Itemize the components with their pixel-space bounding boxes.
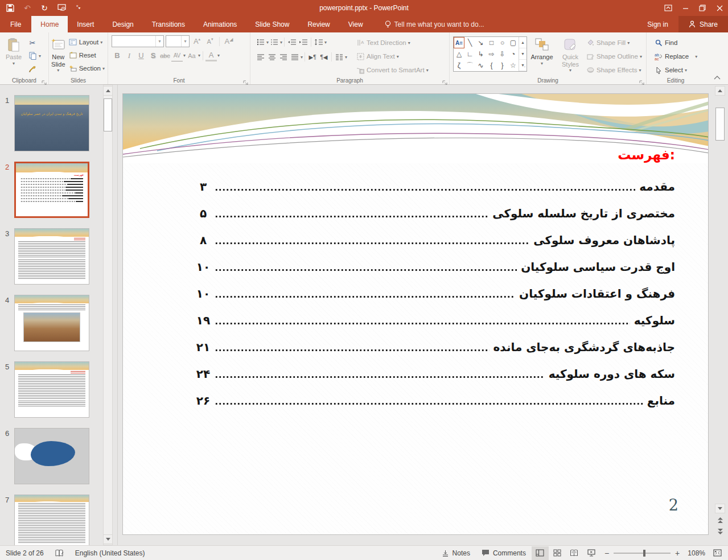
zoom-track[interactable] xyxy=(614,553,671,554)
thumbnail-slide-4[interactable]: 4 xyxy=(0,295,102,353)
restore-button[interactable] xyxy=(694,0,711,16)
tell-me-box[interactable]: Tell me what you want to do... xyxy=(372,16,484,32)
shape-triangle[interactable]: △ xyxy=(454,48,464,60)
thumbnail-slide-2[interactable]: 2 فهرست: xyxy=(0,162,102,220)
format-painter-button[interactable] xyxy=(26,63,43,75)
next-slide-button[interactable] xyxy=(715,526,725,536)
clear-formatting-button[interactable]: A◢ xyxy=(223,35,235,47)
thumbnail-scroll-down-icon[interactable] xyxy=(103,534,113,544)
zoom-thumb[interactable] xyxy=(643,550,645,557)
change-case-button[interactable]: Aa xyxy=(186,50,198,61)
line-spacing-button[interactable] xyxy=(313,36,324,48)
shape-line[interactable]: ╲ xyxy=(464,37,475,48)
tab-slideshow[interactable]: Slide Show xyxy=(246,16,298,32)
shape-effects-button[interactable]: Shape Effects▾ xyxy=(584,64,644,76)
justify-button[interactable] xyxy=(289,51,301,63)
shape-textbox[interactable]: A≡ xyxy=(454,37,464,48)
shape-right-brace[interactable]: } xyxy=(497,60,508,71)
shape-star[interactable]: ☆ xyxy=(508,60,519,71)
rtl-direction-button[interactable]: ¶◀ xyxy=(318,51,330,63)
shape-left-brace[interactable]: { xyxy=(486,60,497,71)
paste-dropdown[interactable]: ▾ xyxy=(13,61,15,66)
thumbnail-slide-5[interactable]: 5 xyxy=(0,361,102,420)
text-shadow-button[interactable]: S xyxy=(147,50,159,61)
select-button[interactable]: Select▾ xyxy=(652,64,704,76)
increase-indent-button[interactable] xyxy=(298,36,309,48)
decrease-indent-button[interactable] xyxy=(286,36,298,48)
start-slideshow-icon[interactable] xyxy=(57,3,66,13)
text-direction-button[interactable]: A Text Direction▾ xyxy=(354,36,430,49)
ltr-direction-button[interactable]: ▶¶ xyxy=(307,51,318,63)
shape-curve[interactable]: ∿ xyxy=(475,60,486,71)
tab-home[interactable]: Home xyxy=(31,16,68,32)
shrink-font-button[interactable]: A▾ xyxy=(204,35,216,47)
scroll-down-icon[interactable] xyxy=(715,504,725,513)
shape-arc[interactable]: ⌒ xyxy=(464,60,475,71)
save-icon[interactable] xyxy=(6,3,15,13)
font-color-button[interactable]: A xyxy=(205,50,217,61)
table-of-contents[interactable]: مقدمه۳ مختصری از تاریخ سلسله سلوکی۵ پادش… xyxy=(196,172,675,413)
italic-button[interactable]: I xyxy=(124,50,135,61)
zoom-slider[interactable]: − + xyxy=(600,549,684,558)
strikethrough-button[interactable]: abc xyxy=(159,50,171,61)
shape-elbow[interactable]: ∟ xyxy=(464,48,475,60)
comments-button[interactable]: Comments xyxy=(476,546,532,560)
shape-right-arrow[interactable]: ⇨ xyxy=(486,48,497,60)
shape-outline-button[interactable]: Shape Outline▾ xyxy=(584,50,644,63)
shapes-gallery[interactable]: A≡ ╲ ↘ □ ○ ▢ △ ∟ ↳ ⇨ ⇩ ◔ ζ ⌒ ∿ xyxy=(453,36,527,72)
grow-font-button[interactable]: A▴ xyxy=(191,35,203,47)
thumbnail-scrollbar-thumb[interactable] xyxy=(104,98,112,131)
scrollbar-thumb[interactable] xyxy=(715,108,725,141)
tab-animations[interactable]: Animations xyxy=(194,16,246,32)
bold-button[interactable]: B xyxy=(112,50,123,61)
zoom-out-icon[interactable]: − xyxy=(604,549,609,558)
align-left-button[interactable] xyxy=(255,51,266,63)
minimize-button[interactable] xyxy=(677,0,694,16)
collapse-ribbon-icon[interactable] xyxy=(714,72,721,82)
main-scrollbar[interactable] xyxy=(715,85,726,545)
align-text-button[interactable]: Align Text▾ xyxy=(354,50,430,63)
tab-file[interactable]: File xyxy=(0,16,31,32)
shape-fill-button[interactable]: Shape Fill▾ xyxy=(584,36,644,49)
paragraph-dialog-launcher[interactable] xyxy=(442,77,447,83)
shape-arrow-line[interactable]: ↘ xyxy=(475,37,486,48)
thumbnail-slide-7[interactable]: 7 xyxy=(0,495,102,545)
layout-button[interactable]: Layout▾ xyxy=(67,36,106,48)
zoom-in-icon[interactable]: + xyxy=(675,549,680,558)
sign-in-button[interactable]: Sign in xyxy=(637,16,678,32)
new-slide-button[interactable]: New Slide ▾ xyxy=(50,34,67,75)
share-button[interactable]: Share xyxy=(678,16,728,32)
find-button[interactable]: Find xyxy=(652,36,704,49)
thumbnail-slide-6[interactable]: 6 xyxy=(0,428,102,487)
convert-smartart-button[interactable]: Convert to SmartArt▾ xyxy=(354,64,430,76)
previous-slide-button[interactable] xyxy=(715,515,725,525)
tab-transitions[interactable]: Transitions xyxy=(143,16,194,32)
close-button[interactable] xyxy=(711,0,728,16)
section-button[interactable]: Section▾ xyxy=(67,62,106,75)
shape-elbow-arrow[interactable]: ↳ xyxy=(475,48,486,60)
zoom-level[interactable]: 108% xyxy=(684,546,709,560)
quick-styles-button[interactable]: Quick Styles ▾ xyxy=(557,34,584,76)
numbering-button[interactable] xyxy=(269,36,280,48)
align-center-button[interactable] xyxy=(266,51,278,63)
tab-insert[interactable]: Insert xyxy=(68,16,103,32)
thumbnail-scroll-up-icon[interactable] xyxy=(103,86,113,96)
tab-review[interactable]: Review xyxy=(298,16,339,32)
slideshow-view-button[interactable] xyxy=(583,546,600,560)
underline-button[interactable]: U xyxy=(135,50,147,61)
replace-button[interactable]: abac Replace ▾ xyxy=(652,50,704,63)
clipboard-dialog-launcher[interactable] xyxy=(42,77,47,83)
shape-down-arrow[interactable]: ⇩ xyxy=(497,48,508,60)
align-right-button[interactable] xyxy=(278,51,289,63)
thumbnail-slide-1[interactable]: 1 تاریخ فرهنگ و تمدن ایران در عصر سلوکیا… xyxy=(0,95,102,154)
shape-scribble[interactable]: ζ xyxy=(454,60,464,71)
reading-view-button[interactable] xyxy=(566,546,583,560)
fit-slide-to-window-button[interactable] xyxy=(709,546,726,560)
shape-rectangle[interactable]: □ xyxy=(486,37,497,48)
slide-sorter-view-button[interactable] xyxy=(549,546,566,560)
drawing-dialog-launcher[interactable] xyxy=(639,77,644,83)
shape-oval[interactable]: ○ xyxy=(497,37,508,48)
ribbon-display-options-icon[interactable] xyxy=(660,0,677,16)
slide-heading[interactable]: فهرست: xyxy=(618,147,675,162)
spellcheck-button[interactable] xyxy=(50,546,69,560)
